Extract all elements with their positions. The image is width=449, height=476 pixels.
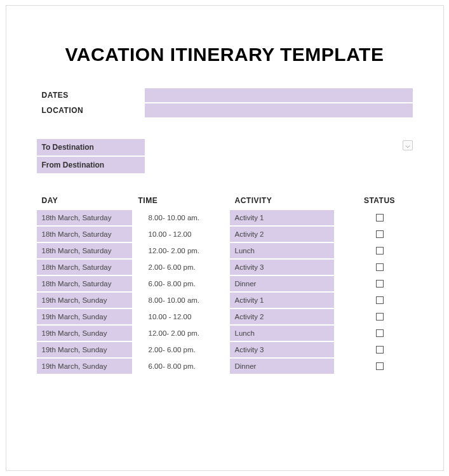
cell-activity: Dinner xyxy=(230,276,334,291)
cell-time: 12.00- 2.00 pm. xyxy=(138,326,220,341)
cell-day: 18th March, Saturday xyxy=(37,260,132,275)
dates-input[interactable] xyxy=(145,88,413,102)
cell-activity: Activity 1 xyxy=(230,210,334,225)
cell-time: 8.00- 10.00 am. xyxy=(138,210,220,225)
cell-day: 18th March, Saturday xyxy=(37,276,132,291)
status-checkbox[interactable] xyxy=(376,313,384,321)
cell-status xyxy=(354,230,405,238)
table-header-row: DAY TIME ACTIVITY STATUS xyxy=(37,196,413,210)
from-destination-row: From Destination xyxy=(37,157,413,173)
status-checkbox[interactable] xyxy=(376,346,384,354)
cell-activity: Dinner xyxy=(230,359,334,374)
header-activity: ACTIVITY xyxy=(230,196,334,205)
status-checkbox[interactable] xyxy=(376,329,384,337)
cell-activity: Lunch xyxy=(230,243,334,258)
status-checkbox[interactable] xyxy=(376,296,384,304)
cell-time: 2.00- 6.00 pm. xyxy=(138,260,220,275)
page-container: VACATION ITINERARY TEMPLATE DATES LOCATI… xyxy=(6,5,444,471)
status-checkbox[interactable] xyxy=(376,362,384,370)
cell-status xyxy=(354,313,405,321)
location-input[interactable] xyxy=(145,103,413,117)
to-destination-row: To Destination xyxy=(37,139,413,155)
cell-day: 19th March, Sunday xyxy=(37,309,132,324)
cell-time: 12.00- 2.00 pm. xyxy=(138,243,220,258)
table-row: 18th March, Saturday6.00- 8.00 pm.Dinner xyxy=(37,276,413,291)
meta-row-location: LOCATION xyxy=(37,103,413,117)
location-label: LOCATION xyxy=(37,103,145,117)
cell-time: 8.00- 10.00 am. xyxy=(138,293,220,308)
cell-activity: Activity 3 xyxy=(230,342,334,357)
cell-status xyxy=(354,362,405,370)
table-row: 19th March, Sunday8.00- 10.00 am.Activit… xyxy=(37,293,413,308)
cell-status xyxy=(354,296,405,304)
cell-activity: Lunch xyxy=(230,326,334,341)
table-row: 19th March, Sunday6.00- 8.00 pm.Dinner xyxy=(37,359,413,374)
cell-time: 6.00- 8.00 pm. xyxy=(138,276,220,291)
cell-day: 18th March, Saturday xyxy=(37,243,132,258)
cell-day: 19th March, Sunday xyxy=(37,293,132,308)
dropdown-toggle[interactable] xyxy=(403,140,413,150)
status-checkbox[interactable] xyxy=(376,280,384,288)
table-row: 18th March, Saturday2.00- 6.00 pm.Activi… xyxy=(37,260,413,275)
dates-label: DATES xyxy=(37,88,145,102)
destination-section: To Destination From Destination xyxy=(37,139,413,173)
table-row: 18th March, Saturday10.00 - 12.00Activit… xyxy=(37,227,413,242)
itinerary-table: DAY TIME ACTIVITY STATUS 18th March, Sat… xyxy=(37,196,413,374)
cell-status xyxy=(354,346,405,354)
from-destination-label: From Destination xyxy=(37,157,145,173)
cell-day: 19th March, Sunday xyxy=(37,342,132,357)
cell-activity: Activity 3 xyxy=(230,260,334,275)
cell-status xyxy=(354,329,405,337)
status-checkbox[interactable] xyxy=(376,247,384,255)
table-row: 19th March, Sunday12.00- 2.00 pm.Lunch xyxy=(37,326,413,341)
table-row: 18th March, Saturday8.00- 10.00 am.Activ… xyxy=(37,210,413,225)
table-row: 19th March, Sunday2.00- 6.00 pm.Activity… xyxy=(37,342,413,357)
status-checkbox[interactable] xyxy=(376,230,384,238)
meta-row-dates: DATES xyxy=(37,88,413,102)
cell-time: 10.00 - 12.00 xyxy=(138,309,220,324)
chevron-down-icon xyxy=(405,140,410,151)
cell-status xyxy=(354,263,405,271)
cell-day: 18th March, Saturday xyxy=(37,227,132,242)
status-checkbox[interactable] xyxy=(376,263,384,271)
cell-day: 19th March, Sunday xyxy=(37,359,132,374)
cell-status xyxy=(354,280,405,288)
cell-day: 19th March, Sunday xyxy=(37,326,132,341)
cell-activity: Activity 2 xyxy=(230,227,334,242)
table-row: 19th March, Sunday10.00 - 12.00Activity … xyxy=(37,309,413,324)
page-title: VACATION ITINERARY TEMPLATE xyxy=(37,44,413,65)
cell-status xyxy=(354,247,405,255)
cell-time: 10.00 - 12.00 xyxy=(138,227,220,242)
meta-section: DATES LOCATION xyxy=(37,88,413,117)
to-destination-label: To Destination xyxy=(37,139,145,155)
header-status: STATUS xyxy=(354,196,405,205)
cell-status xyxy=(354,214,405,221)
table-row: 18th March, Saturday12.00- 2.00 pm.Lunch xyxy=(37,243,413,258)
header-time: TIME xyxy=(138,196,220,205)
status-checkbox[interactable] xyxy=(376,214,384,221)
cell-activity: Activity 2 xyxy=(230,309,334,324)
cell-time: 6.00- 8.00 pm. xyxy=(138,359,220,374)
header-day: DAY xyxy=(37,196,138,205)
table-body: 18th March, Saturday8.00- 10.00 am.Activ… xyxy=(37,210,413,374)
cell-time: 2.00- 6.00 pm. xyxy=(138,342,220,357)
cell-activity: Activity 1 xyxy=(230,293,334,308)
cell-day: 18th March, Saturday xyxy=(37,210,132,225)
